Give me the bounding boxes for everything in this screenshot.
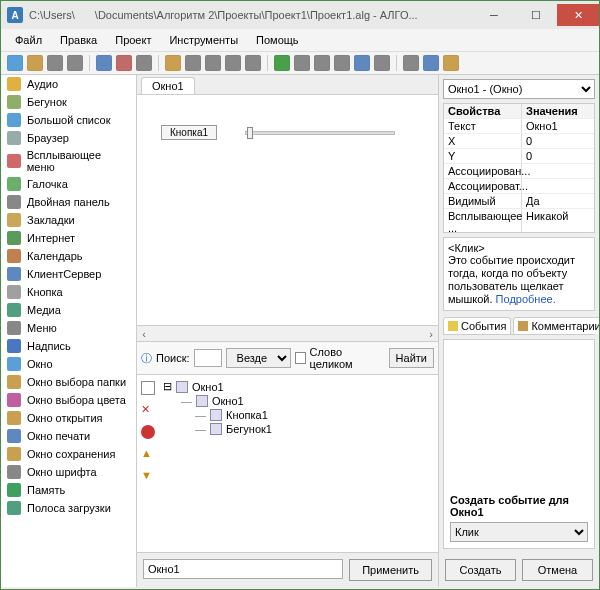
toolbox-Кнопка[interactable]: Кнопка — [1, 283, 136, 301]
toolbox-Окно шрифта[interactable]: Окно шрифта — [1, 463, 136, 481]
toolbar-btn-18[interactable] — [403, 55, 419, 71]
scroll-right-icon[interactable]: › — [424, 328, 438, 340]
toolbar-btn-11[interactable] — [245, 55, 261, 71]
toolbox-Окно выбора цвета[interactable]: Окно выбора цвета — [1, 391, 136, 409]
toolbar-btn-19[interactable] — [423, 55, 439, 71]
find-button[interactable]: Найти — [389, 348, 434, 368]
design-canvas[interactable]: Кнопка1 — [137, 95, 438, 325]
tool-select-icon[interactable] — [141, 381, 155, 395]
toolbar-btn-4[interactable] — [96, 55, 112, 71]
object-selector[interactable]: Окно1 - (Окно) — [443, 79, 595, 99]
create-button[interactable]: Создать — [445, 559, 516, 581]
toolbar-btn-8[interactable] — [185, 55, 201, 71]
toolbox-Окно открытия[interactable]: Окно открытия — [1, 409, 136, 427]
toolbox-Окно выбора папки[interactable]: Окно выбора папки — [1, 373, 136, 391]
event-combo[interactable]: Клик — [450, 522, 588, 542]
toolbox-Двойная панель[interactable]: Двойная панель — [1, 193, 136, 211]
tree-node[interactable]: —Кнопка1 — [195, 408, 434, 422]
prop-row[interactable]: ТекстОкно1 — [444, 119, 594, 134]
toolbox-Всплывающее меню[interactable]: Всплывающее меню — [1, 147, 136, 175]
canvas-slider1[interactable] — [245, 125, 395, 141]
tree-root[interactable]: Окно1 — [192, 381, 224, 393]
toolbox-Календарь[interactable]: Календарь — [1, 247, 136, 265]
toolbox-Интернет[interactable]: Интернет — [1, 229, 136, 247]
desc-link[interactable]: Подробнее. — [496, 293, 556, 305]
toolbar-btn-12[interactable] — [274, 55, 290, 71]
tool-record-icon[interactable] — [141, 425, 155, 439]
prop-row[interactable]: ВидимыйДа — [444, 194, 594, 209]
tab-events[interactable]: События — [443, 317, 511, 334]
toolbox-Медиа[interactable]: Медиа — [1, 301, 136, 319]
prop-row[interactable]: Ассоциирован... — [444, 164, 594, 179]
apply-button[interactable]: Применить — [349, 559, 432, 581]
maximize-button[interactable]: ☐ — [515, 4, 557, 26]
toolbox-Надпись[interactable]: Надпись — [1, 337, 136, 355]
toolbar-btn-6[interactable] — [136, 55, 152, 71]
toolbox-label: Надпись — [27, 340, 71, 352]
tool-down-icon[interactable]: ▼ — [141, 469, 155, 483]
toolbar-btn-17[interactable] — [374, 55, 390, 71]
tool-up-icon[interactable]: ▲ — [141, 447, 155, 461]
toolbox-Полоса загрузки[interactable]: Полоса загрузки — [1, 499, 136, 517]
toolbar-btn-2[interactable] — [47, 55, 63, 71]
tab-window1[interactable]: Окно1 — [141, 77, 195, 94]
tree-node[interactable]: —Окно1 — [181, 394, 434, 408]
toolbar-btn-5[interactable] — [116, 55, 132, 71]
toolbar-btn-0[interactable] — [7, 55, 23, 71]
canvas-button1[interactable]: Кнопка1 — [161, 125, 217, 140]
toolbar-btn-10[interactable] — [225, 55, 241, 71]
name-row: Применить — [137, 552, 438, 587]
toolbox-icon — [7, 285, 21, 299]
object-tree[interactable]: ⊟Окно1 —Окно1—Кнопка1—Бегунок1 — [159, 375, 438, 552]
toolbar-btn-15[interactable] — [334, 55, 350, 71]
menu-Инструменты[interactable]: Инструменты — [161, 32, 246, 48]
search-input[interactable] — [194, 349, 222, 367]
toolbar-btn-9[interactable] — [205, 55, 221, 71]
prop-row[interactable]: Всплывающее ...Никакой — [444, 209, 594, 233]
toolbox-Браузер[interactable]: Браузер — [1, 129, 136, 147]
prop-row[interactable]: Y0 — [444, 149, 594, 164]
toolbox-Большой список[interactable]: Большой список — [1, 111, 136, 129]
toolbox-label: Меню — [27, 322, 57, 334]
prop-row[interactable]: Ассоциироват... — [444, 179, 594, 194]
toolbox-icon — [7, 321, 21, 335]
menu-Проект[interactable]: Проект — [107, 32, 159, 48]
toolbox-Закладки[interactable]: Закладки — [1, 211, 136, 229]
toolbox-Меню[interactable]: Меню — [1, 319, 136, 337]
toolbox-Окно печати[interactable]: Окно печати — [1, 427, 136, 445]
info-icon[interactable]: ⓘ — [141, 351, 152, 366]
toolbar-btn-13[interactable] — [294, 55, 310, 71]
search-scope[interactable]: Везде — [226, 348, 291, 368]
object-name-input[interactable] — [143, 559, 343, 579]
tree-node[interactable]: —Бегунок1 — [195, 422, 434, 436]
whole-word-checkbox[interactable] — [295, 352, 306, 364]
menu-Помощь[interactable]: Помощь — [248, 32, 307, 48]
toolbar-btn-20[interactable] — [443, 55, 459, 71]
toolbox-Бегунок[interactable]: Бегунок — [1, 93, 136, 111]
toolbox-Окно сохранения[interactable]: Окно сохранения — [1, 445, 136, 463]
slider-thumb[interactable] — [247, 127, 253, 139]
toolbox-КлиентСервер[interactable]: КлиентСервер — [1, 265, 136, 283]
menu-Правка[interactable]: Правка — [52, 32, 105, 48]
tool-delete-icon[interactable]: ✕ — [141, 403, 155, 417]
toolbox-Окно[interactable]: Окно — [1, 355, 136, 373]
close-button[interactable]: ✕ — [557, 4, 599, 26]
property-grid[interactable]: Свойства Значения ТекстОкно1X0Y0Ассоциир… — [443, 103, 595, 233]
toolbox-Галочка[interactable]: Галочка — [1, 175, 136, 193]
tab-comments[interactable]: Комментарии — [513, 317, 600, 334]
scroll-left-icon[interactable]: ‹ — [137, 328, 151, 340]
toolbar-btn-16[interactable] — [354, 55, 370, 71]
cancel-button[interactable]: Отмена — [522, 559, 593, 581]
toolbox[interactable]: АудиоБегунокБольшой списокБраузерВсплыва… — [1, 75, 137, 587]
toolbar-btn-14[interactable] — [314, 55, 330, 71]
toolbar-btn-3[interactable] — [67, 55, 83, 71]
toolbox-Память[interactable]: Память — [1, 481, 136, 499]
toolbox-icon — [7, 95, 21, 109]
toolbar-btn-7[interactable] — [165, 55, 181, 71]
prop-row[interactable]: X0 — [444, 134, 594, 149]
menu-Файл[interactable]: Файл — [7, 32, 50, 48]
toolbox-Аудио[interactable]: Аудио — [1, 75, 136, 93]
h-scrollbar[interactable]: ‹ › — [137, 325, 438, 341]
minimize-button[interactable]: ─ — [473, 4, 515, 26]
toolbar-btn-1[interactable] — [27, 55, 43, 71]
